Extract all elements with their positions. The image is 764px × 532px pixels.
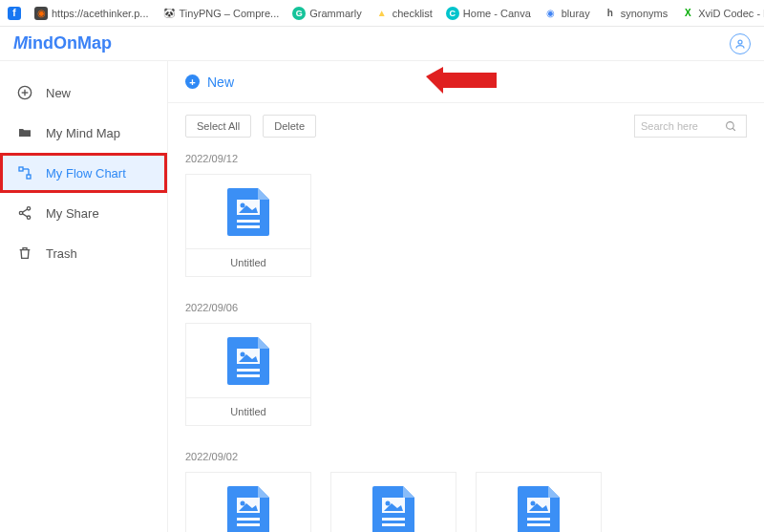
content-area: + New Select All Delete 2022/09/12Untitl… <box>167 61 764 532</box>
svg-rect-31 <box>237 369 260 372</box>
new-row: + New <box>168 61 764 103</box>
date-label: 2022/09/12 <box>168 149 764 174</box>
svg-rect-39 <box>237 518 260 521</box>
select-all-button[interactable]: Select All <box>185 115 251 138</box>
svg-point-21 <box>241 202 245 207</box>
svg-line-11 <box>22 209 27 212</box>
sidebar: New My Mind Map My Flow Chart My Share T… <box>0 61 167 532</box>
svg-point-37 <box>241 500 245 505</box>
file-thumbnail <box>186 324 310 398</box>
sidebar-item-label: My Flow Chart <box>46 166 126 181</box>
sidebar-item-label: My Share <box>46 206 99 221</box>
sidebar-item-mindmap[interactable]: My Mind Map <box>0 113 167 153</box>
sidebar-item-share[interactable]: My Share <box>0 193 167 233</box>
share-icon <box>17 205 32 221</box>
file-card[interactable] <box>330 472 456 532</box>
bookmark-label: bluray <box>562 8 590 19</box>
svg-rect-40 <box>237 523 260 526</box>
sidebar-item-flowchart[interactable]: My Flow Chart <box>0 153 167 193</box>
file-card[interactable] <box>185 472 311 532</box>
svg-rect-47 <box>382 518 405 521</box>
sidebar-item-trash[interactable]: Trash <box>0 233 167 273</box>
file-thumbnail <box>186 175 310 249</box>
svg-point-15 <box>727 121 734 129</box>
sidebar-item-label: New <box>46 86 71 100</box>
bookmark-label: Grammarly <box>309 8 361 19</box>
cards-row <box>168 472 764 532</box>
bookmark-tinypng[interactable]: 🐼 TinyPNG – Compre... <box>162 7 280 20</box>
svg-rect-56 <box>527 523 550 526</box>
svg-rect-24 <box>237 225 260 228</box>
bookmark-facebook[interactable]: f <box>8 7 21 20</box>
cards-row: Untitled <box>168 174 764 298</box>
new-button-label: New <box>207 74 234 90</box>
file-thumbnail <box>186 473 310 532</box>
file-card[interactable]: Untitled <box>185 323 311 426</box>
bookmark-label: TinyPNG – Compre... <box>180 8 280 19</box>
svg-point-29 <box>241 351 245 356</box>
bookmark-bluray[interactable]: ◉ bluray <box>544 7 590 20</box>
bookmark-canva[interactable]: C Home - Canva <box>446 7 531 20</box>
search-input[interactable] <box>641 120 725 132</box>
bookmark-label: checklist <box>393 8 433 19</box>
folder-icon <box>17 125 32 140</box>
bookmark-checklist[interactable]: ▲ checklist <box>375 7 433 20</box>
plus-circle-icon <box>17 85 32 100</box>
svg-line-16 <box>732 128 735 131</box>
date-label: 2022/09/06 <box>168 298 764 323</box>
annotation-arrow <box>424 63 500 101</box>
svg-marker-14 <box>426 67 497 94</box>
sidebar-item-label: Trash <box>46 246 77 261</box>
bookmarks-bar: f ◉ https://acethinker.p... 🐼 TinyPNG – … <box>0 0 764 27</box>
new-button[interactable]: + New <box>185 74 234 90</box>
svg-point-53 <box>531 500 536 505</box>
plus-icon: + <box>185 74 200 89</box>
svg-point-0 <box>738 40 742 44</box>
toolbar: Select All Delete <box>168 103 764 149</box>
cards-row: Untitled <box>168 323 764 447</box>
search-box[interactable] <box>634 115 747 138</box>
file-card[interactable] <box>476 472 602 532</box>
user-icon <box>734 38 746 50</box>
bookmark-synonyms[interactable]: h synonyms <box>604 7 668 20</box>
avatar[interactable] <box>730 33 751 54</box>
file-title: Untitled <box>186 249 310 276</box>
bookmark-label: https://acethinker.p... <box>52 8 149 19</box>
date-label: 2022/09/02 <box>168 447 764 472</box>
trash-icon <box>17 245 32 261</box>
sidebar-item-new[interactable]: New <box>0 73 167 113</box>
svg-rect-5 <box>27 175 31 179</box>
svg-rect-48 <box>382 523 405 526</box>
bookmark-label: Home - Canva <box>463 8 531 19</box>
svg-rect-32 <box>237 374 260 377</box>
delete-button[interactable]: Delete <box>263 115 316 138</box>
svg-line-12 <box>22 214 27 217</box>
app-header: MindOnMap <box>0 27 764 61</box>
svg-point-45 <box>386 500 391 505</box>
logo[interactable]: MindOnMap <box>13 33 112 53</box>
bookmark-acethinker[interactable]: ◉ https://acethinker.p... <box>34 7 149 20</box>
svg-rect-4 <box>19 167 23 171</box>
search-icon <box>725 120 737 133</box>
flowchart-icon <box>17 165 32 181</box>
file-card[interactable]: Untitled <box>185 174 311 277</box>
file-title: Untitled <box>186 398 310 425</box>
file-thumbnail <box>331 473 456 532</box>
file-thumbnail <box>477 473 601 532</box>
bookmark-grammarly[interactable]: G Grammarly <box>292 7 361 20</box>
bookmark-label: synonyms <box>621 8 668 19</box>
sidebar-item-label: My Mind Map <box>46 126 120 140</box>
bookmark-label: XviD Codec - Down... <box>698 8 764 19</box>
bookmark-xvid[interactable]: X XviD Codec - Down... <box>681 7 764 20</box>
svg-rect-23 <box>237 220 260 223</box>
svg-rect-55 <box>527 518 550 521</box>
